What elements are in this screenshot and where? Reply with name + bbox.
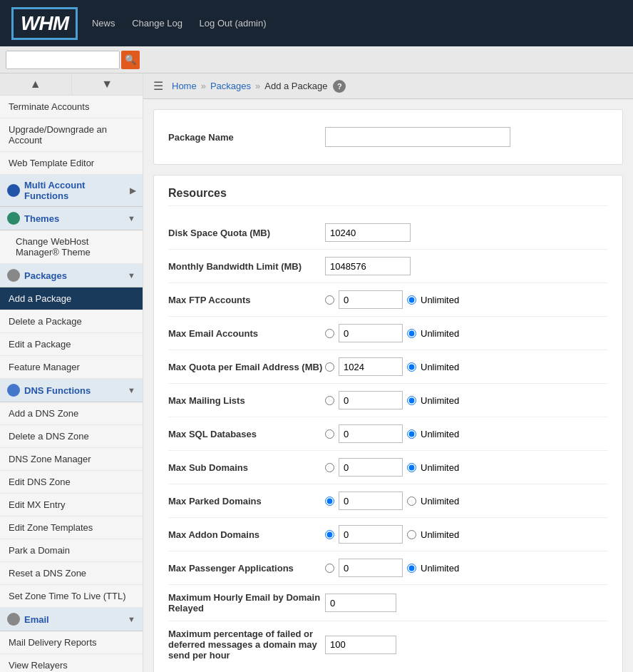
max-email-input[interactable] [339, 324, 403, 342]
sidebar-item-terminate-accounts[interactable]: Terminate Accounts [0, 96, 143, 118]
sidebar-item-upgrade-downgrade[interactable]: Upgrade/Downgrade an Account [0, 118, 143, 152]
max-quota-number-radio[interactable] [325, 362, 334, 372]
resources-title: Resources [168, 187, 608, 206]
max-sub-input[interactable] [339, 458, 403, 477]
nav-logout[interactable]: Log Out (admin) [200, 18, 267, 29]
max-email-row: Max Email Accounts Unlimited [168, 317, 608, 350]
max-ftp-unlimited-radio[interactable] [407, 295, 416, 305]
sidebar-section-dns[interactable]: DNS Functions ▼ [0, 379, 143, 402]
sidebar-item-add-package[interactable]: Add a Package [0, 287, 143, 310]
sidebar-item-add-dns-zone[interactable]: Add a DNS Zone [0, 402, 143, 425]
sidebar-item-park-domain[interactable]: Park a Domain [0, 539, 143, 562]
packages-icon [7, 269, 20, 282]
nav-changelog[interactable]: Change Log [132, 18, 182, 29]
max-addon-unlimited-radio[interactable] [407, 530, 416, 539]
sidebar-item-mail-delivery[interactable]: Mail Delivery Reports [0, 631, 143, 654]
max-ftp-row: Max FTP Accounts Unlimited [168, 283, 608, 317]
sidebar-item-view-relayers[interactable]: View Relayers [0, 654, 143, 672]
max-sql-unlimited-radio[interactable] [407, 429, 416, 439]
max-passenger-row: Max Passenger Applications Unlimited [168, 551, 608, 585]
max-sub-number-radio[interactable] [325, 463, 334, 472]
max-mailing-unlimited-radio[interactable] [407, 396, 416, 405]
package-name-input-wrapper [325, 127, 510, 147]
max-sql-unlimited-label: Unlimited [421, 429, 459, 439]
sidebar-item-edit-package[interactable]: Edit a Package [0, 333, 143, 356]
main-content: Package Name Resources Disk Space Quota … [143, 99, 633, 672]
sidebar-item-edit-mx-entry[interactable]: Edit MX Entry [0, 494, 143, 516]
package-name-input[interactable] [325, 127, 510, 147]
search-input[interactable] [6, 51, 120, 69]
email-arrow: ▼ [128, 615, 135, 623]
disk-space-input[interactable] [325, 223, 411, 242]
sidebar-item-delete-package[interactable]: Delete a Package [0, 310, 143, 333]
max-email-unlimited-radio[interactable] [407, 329, 416, 338]
max-passenger-input[interactable] [339, 559, 403, 577]
scroll-down-button[interactable]: ▼ [72, 73, 143, 95]
sidebar-item-delete-dns-zone[interactable]: Delete a DNS Zone [0, 425, 143, 448]
max-ftp-unlimited-label: Unlimited [421, 295, 459, 305]
scroll-up-button[interactable]: ▲ [0, 73, 72, 95]
max-email-unlimited-label: Unlimited [421, 328, 459, 339]
package-name-card: Package Name [153, 109, 623, 165]
max-mailing-row: Max Mailing Lists Unlimited [168, 384, 608, 417]
sidebar-item-change-theme[interactable]: Change WebHost Manager® Theme [0, 230, 143, 264]
help-icon[interactable]: ? [333, 80, 346, 93]
max-mailing-unlimited-label: Unlimited [421, 395, 459, 406]
sidebar-section-email[interactable]: Email ▼ [0, 608, 143, 631]
breadcrumb-packages[interactable]: Packages [210, 81, 251, 91]
search-button[interactable]: 🔍 [121, 51, 140, 69]
sidebar-item-dns-zone-manager[interactable]: DNS Zone Manager [0, 448, 143, 471]
max-addon-row: Max Addon Domains Unlimited [168, 518, 608, 551]
max-quota-email-label: Max Quota per Email Address (MB) [168, 362, 325, 372]
sidebar: ▲ ▼ Terminate Accounts Upgrade/Downgrade… [0, 73, 143, 672]
max-failed-input[interactable] [325, 636, 396, 654]
max-addon-number-radio[interactable] [325, 530, 334, 539]
sidebar-section-themes[interactable]: Themes ▼ [0, 207, 143, 230]
max-hourly-email-input[interactable] [325, 594, 396, 612]
max-sql-number-radio[interactable] [325, 429, 334, 439]
max-mailing-input[interactable] [339, 391, 403, 409]
max-parked-unlimited-radio[interactable] [407, 497, 416, 506]
max-passenger-label: Max Passenger Applications [168, 563, 325, 574]
max-passenger-unlimited-radio[interactable] [407, 564, 416, 573]
bandwidth-input[interactable] [325, 257, 411, 275]
max-addon-input[interactable] [339, 525, 403, 544]
search-bar: 🔍 [0, 46, 633, 73]
max-hourly-email-row: Maximum Hourly Email by Domain Relayed [168, 585, 608, 621]
bandwidth-label: Monthly Bandwidth Limit (MB) [168, 261, 325, 272]
multi-account-arrow: ▶ [130, 186, 135, 195]
max-email-number-radio[interactable] [325, 329, 334, 338]
breadcrumb-home[interactable]: Home [172, 81, 197, 91]
sidebar-item-set-zone-ttl[interactable]: Set Zone Time To Live (TTL) [0, 585, 143, 608]
max-quota-unlimited-radio[interactable] [407, 362, 416, 372]
email-icon [7, 613, 20, 626]
themes-arrow: ▼ [128, 214, 135, 223]
max-parked-unlimited-label: Unlimited [421, 496, 459, 506]
sidebar-item-edit-dns-zone[interactable]: Edit DNS Zone [0, 471, 143, 494]
max-sub-label: Max Sub Domains [168, 462, 325, 473]
max-parked-row: Max Parked Domains Unlimited [168, 484, 608, 518]
hamburger-icon[interactable]: ☰ [153, 79, 163, 93]
max-sub-unlimited-radio[interactable] [407, 463, 416, 472]
header: WHM News Change Log Log Out (admin) [0, 0, 633, 46]
max-parked-number-radio[interactable] [325, 497, 334, 506]
sidebar-section-multi-account[interactable]: Multi Account Functions ▶ [0, 175, 143, 207]
max-hourly-email-label: Maximum Hourly Email by Domain Relayed [168, 592, 325, 614]
max-email-label: Max Email Accounts [168, 328, 325, 339]
max-ftp-input[interactable] [339, 290, 403, 309]
max-mailing-number-radio[interactable] [325, 396, 334, 405]
max-ftp-number-radio[interactable] [325, 295, 334, 305]
sidebar-item-feature-manager[interactable]: Feature Manager [0, 356, 143, 379]
sidebar-item-edit-zone-templates[interactable]: Edit Zone Templates [0, 516, 143, 539]
sidebar-section-packages[interactable]: Packages ▼ [0, 264, 143, 287]
max-passenger-number-radio[interactable] [325, 564, 334, 573]
max-sub-unlimited-label: Unlimited [421, 462, 459, 473]
nav-news[interactable]: News [92, 18, 115, 29]
sidebar-item-reset-dns-zone[interactable]: Reset a DNS Zone [0, 562, 143, 585]
sidebar-item-web-template-editor[interactable]: Web Template Editor [0, 152, 143, 175]
max-sql-input[interactable] [339, 424, 403, 443]
package-name-label: Package Name [168, 132, 325, 143]
max-quota-input[interactable] [339, 357, 403, 376]
max-parked-input[interactable] [339, 492, 403, 510]
max-sql-label: Max SQL Databases [168, 429, 325, 439]
